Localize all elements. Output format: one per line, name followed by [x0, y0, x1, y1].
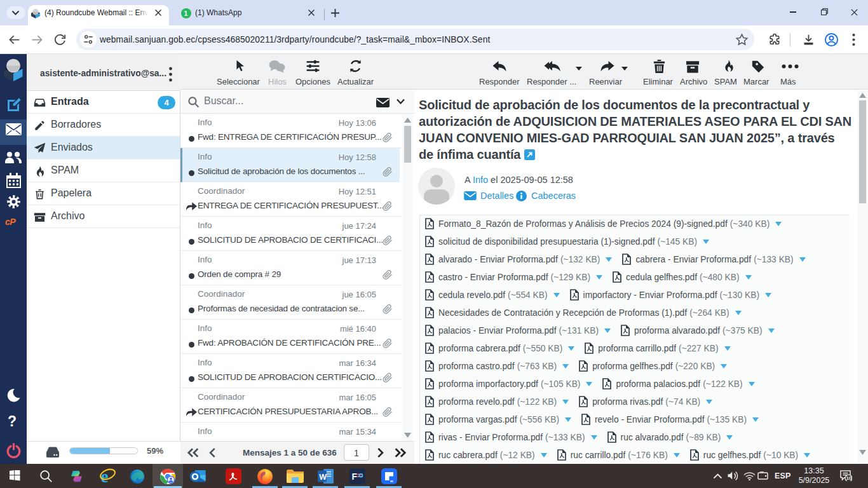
svg-text:10: 10 [846, 475, 851, 481]
svg-text:F: F [352, 471, 358, 482]
svg-text:1: 1 [184, 10, 188, 17]
svg-text:W: W [319, 473, 327, 482]
svg-text:w: w [390, 479, 393, 483]
